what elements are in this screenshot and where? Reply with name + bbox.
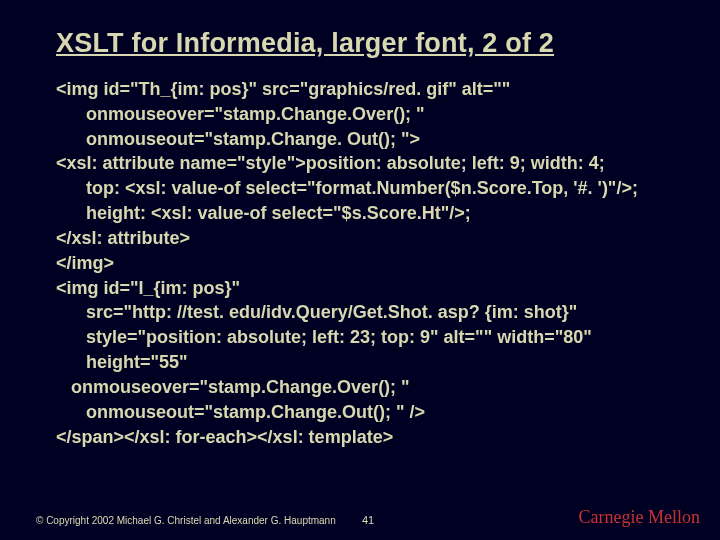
slide-title: XSLT for Informedia, larger font, 2 of 2 bbox=[56, 28, 684, 59]
code-block: <img id="Th_{im: pos}" src="graphics/red… bbox=[56, 77, 684, 449]
copyright-text: © Copyright 2002 Michael G. Christel and… bbox=[36, 515, 336, 526]
page-number: 41 bbox=[362, 514, 374, 526]
slide: XSLT for Informedia, larger font, 2 of 2… bbox=[0, 0, 720, 540]
brand-text: Carnegie Mellon bbox=[579, 507, 700, 528]
